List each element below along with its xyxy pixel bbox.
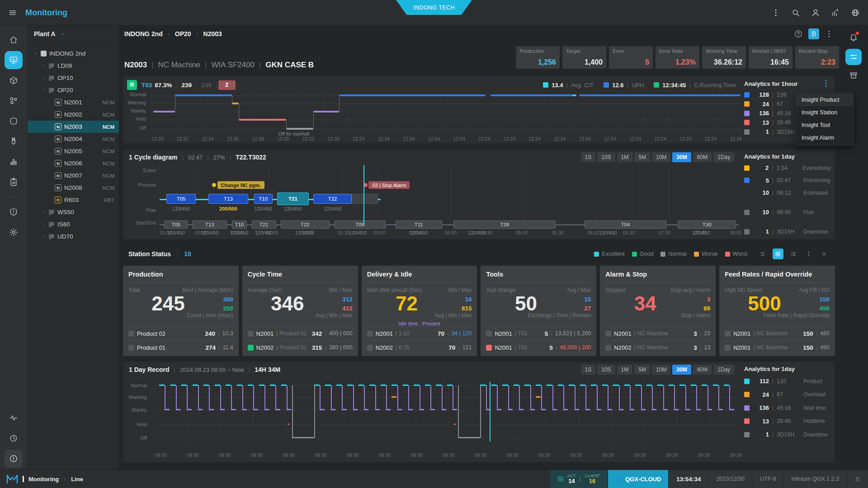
- process-bar-t05[interactable]: T05: [166, 194, 195, 204]
- notifications-button[interactable]: [849, 33, 858, 43]
- range-button-1day[interactable]: 1Day: [713, 365, 734, 375]
- menu-item-insight-alarm[interactable]: Insight Alarm: [796, 131, 853, 144]
- tree-item-n2005[interactable]: NN2005NCM: [28, 145, 119, 157]
- more-icon[interactable]: [771, 8, 780, 17]
- range-button-1m[interactable]: 1M: [617, 152, 633, 162]
- tree-item-is60[interactable]: IS60: [28, 218, 119, 230]
- rail-clipboard-button[interactable]: [5, 173, 23, 191]
- chevron-right-icon[interactable]: [41, 88, 46, 93]
- statusbar-app[interactable]: Monitoring: [28, 476, 59, 483]
- more-button[interactable]: [803, 249, 814, 259]
- event-pill[interactable]: Change NC pgm.: [217, 181, 265, 189]
- range-button-30m[interactable]: 30M: [672, 152, 691, 162]
- range-button-5m[interactable]: 5M: [634, 365, 650, 375]
- tree-item-ld09[interactable]: LD09: [28, 60, 119, 72]
- menu-item-insight-product[interactable]: Insight Product: [796, 94, 853, 106]
- act-client-status[interactable]: ACT14 | CLIENT16: [550, 470, 607, 488]
- rail-home-button[interactable]: [5, 31, 23, 49]
- rail-shield-button[interactable]: [5, 203, 23, 221]
- card-row: N2001 | T01 5 | 13,523 | 5,200: [486, 326, 591, 340]
- rail-usb-button[interactable]: [5, 132, 23, 150]
- tree-item-n2002[interactable]: NN2002NCM: [28, 108, 119, 121]
- rail-pulse-button[interactable]: [5, 409, 23, 427]
- range-button-5m[interactable]: 5M: [634, 152, 650, 162]
- chevron-down-icon[interactable]: [33, 51, 38, 56]
- chevron-right-icon[interactable]: [41, 210, 46, 215]
- analytics-row: 136| 45:16 Wait time: [744, 404, 831, 411]
- rail-barchart-button[interactable]: [5, 153, 23, 171]
- process-bar-t10[interactable]: T10: [254, 194, 273, 204]
- rail-gear-button[interactable]: [5, 223, 23, 241]
- process-bar-t21[interactable]: T21: [277, 192, 309, 205]
- breadcrumb-0[interactable]: INDONG 2nd: [124, 30, 163, 38]
- chevron-right-icon[interactable]: [41, 222, 46, 227]
- group-icon: [48, 87, 55, 94]
- tree-item-n2004[interactable]: NN2004NCM: [28, 133, 119, 145]
- range-button-10s[interactable]: 10S: [597, 365, 615, 375]
- tree-item-ud70[interactable]: UD70: [28, 230, 119, 243]
- report-view-button[interactable]: [808, 28, 819, 39]
- range-button-30m[interactable]: 30M: [672, 365, 691, 375]
- event-pill[interactable]: 03 | Stop Alarm: [368, 181, 410, 189]
- breadcrumb-2[interactable]: N2003: [203, 30, 222, 38]
- tree-item-n2007[interactable]: NN2007NCM: [28, 169, 119, 182]
- process-bar-t22[interactable]: T22: [313, 194, 352, 204]
- rail-shape-button[interactable]: [5, 112, 23, 130]
- chevron-right-icon[interactable]: [41, 75, 46, 80]
- state-segment: [339, 94, 486, 96]
- rail-alert-button[interactable]: [5, 450, 23, 468]
- menu-item-insight-station[interactable]: Insight Station: [796, 106, 853, 119]
- state-segment: [286, 128, 313, 130]
- range-button-1day[interactable]: 1Day: [713, 152, 734, 162]
- statistics-icon[interactable]: [831, 8, 840, 17]
- rail-clock-button[interactable]: [5, 429, 23, 447]
- run-state-badge: R: [127, 80, 137, 90]
- search-icon[interactable]: [791, 8, 800, 17]
- hamburger-menu-icon[interactable]: [8, 8, 17, 17]
- time-cursor[interactable]: [363, 165, 364, 225]
- process-bar-t13[interactable]: T13: [208, 194, 248, 204]
- plant-selector[interactable]: Plant A: [28, 25, 119, 43]
- tree-item-r603[interactable]: RR603RBT: [28, 194, 119, 206]
- hour-analytics-kebab-icon[interactable]: [821, 79, 831, 89]
- range-button-60m[interactable]: 60M: [693, 365, 712, 375]
- help-icon[interactable]: [794, 29, 803, 38]
- chevron-right-icon[interactable]: [41, 63, 46, 68]
- language-icon[interactable]: [851, 8, 860, 17]
- statusbar-page[interactable]: Line: [71, 476, 83, 483]
- day-time-cursor[interactable]: [490, 382, 491, 441]
- range-button-10m[interactable]: 10M: [652, 365, 670, 375]
- breadcrumb-1[interactable]: OP20: [175, 30, 191, 38]
- close-button[interactable]: [819, 249, 830, 259]
- tree-item-op10[interactable]: OP10: [28, 72, 119, 84]
- tree-item-n2008[interactable]: NN2008NCM: [28, 182, 119, 194]
- tree-item-op20[interactable]: OP20: [28, 84, 119, 96]
- range-button-10m[interactable]: 10M: [652, 152, 670, 162]
- panel-settings-button[interactable]: [845, 49, 862, 65]
- nc-machine-icon: N: [55, 111, 61, 118]
- range-button-60m[interactable]: 60M: [693, 152, 712, 162]
- unlock-button[interactable]: [847, 470, 868, 488]
- cloud-status-button[interactable]: QGX-CLOUD: [608, 470, 668, 488]
- menu-item-insight-tool[interactable]: Insight Tool: [796, 119, 853, 131]
- grid-view-button[interactable]: [773, 249, 783, 259]
- tree-item-n2001[interactable]: NN2001NCM: [28, 96, 119, 108]
- tree-item-n2003[interactable]: NN2003NCM: [28, 121, 119, 133]
- more-icon[interactable]: [825, 29, 834, 38]
- tree-item-indong-2nd[interactable]: INDONG 2nd: [28, 47, 119, 60]
- archive-button[interactable]: [849, 71, 858, 80]
- user-icon[interactable]: [811, 8, 820, 17]
- range-button-10s[interactable]: 10S: [597, 152, 615, 162]
- range-button-1s[interactable]: 1S: [581, 365, 596, 375]
- range-button-1m[interactable]: 1M: [617, 365, 633, 375]
- swap-button[interactable]: [757, 249, 768, 259]
- chevron-right-icon[interactable]: [41, 234, 46, 239]
- group-icon: [48, 75, 55, 81]
- rail-modules-button[interactable]: [5, 92, 23, 110]
- tree-item-ws50[interactable]: WS50: [28, 206, 119, 218]
- range-button-1s[interactable]: 1S: [581, 152, 596, 162]
- rail-monitor-button[interactable]: [5, 51, 23, 69]
- list-view-button[interactable]: [788, 249, 799, 259]
- tree-item-n2006[interactable]: NN2006NCM: [28, 157, 119, 169]
- rail-cube-button[interactable]: [5, 71, 23, 89]
